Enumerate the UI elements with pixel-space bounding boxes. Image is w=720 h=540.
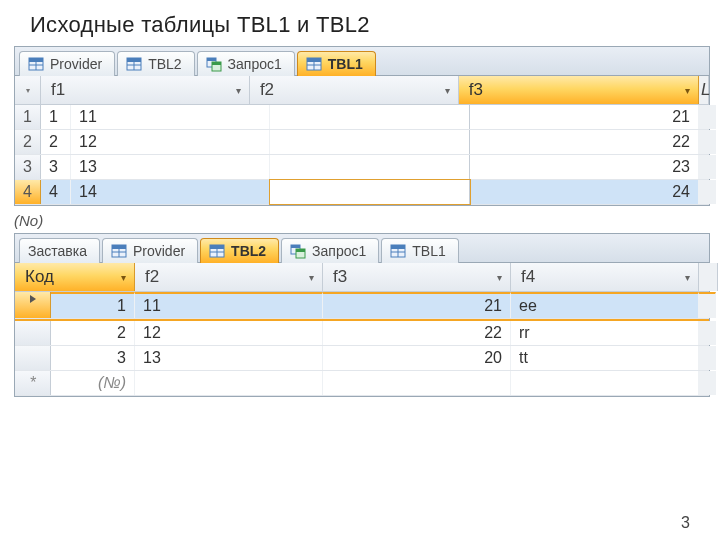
cell-f4[interactable]: tt — [511, 346, 699, 370]
column-header-f2[interactable]: f2 ▾ — [135, 263, 323, 291]
page-title: Исходные таблицы TBL1 и TBL2 — [0, 0, 720, 44]
dropdown-icon[interactable]: ▾ — [236, 85, 241, 96]
table-row[interactable]: 3 3 13 23 — [15, 155, 709, 180]
cell-edge — [699, 180, 716, 204]
cell-f4[interactable] — [511, 371, 699, 395]
tab-label: TBL1 — [412, 243, 445, 259]
column-label: L — [701, 80, 710, 100]
cell-f3[interactable]: 20 — [323, 346, 511, 370]
cell-f2[interactable]: 13 — [135, 346, 323, 370]
column-header-kod[interactable]: Код ▾ — [15, 263, 135, 291]
dropdown-icon[interactable]: ▾ — [445, 85, 450, 96]
table-row[interactable]: 2 12 22 rr — [15, 319, 709, 346]
current-row-icon — [30, 295, 36, 303]
column-header-f3[interactable]: f3 ▾ — [459, 76, 699, 104]
tab-query1[interactable]: Запрос1 — [281, 238, 379, 263]
cell-f3[interactable]: 21 — [470, 105, 699, 129]
cell-f2-pad — [270, 105, 469, 129]
column-label: f3 — [333, 267, 347, 287]
svg-rect-17 — [112, 245, 126, 249]
cell-f4[interactable]: rr — [511, 321, 699, 345]
tab-tbl2[interactable]: TBL2 — [200, 238, 279, 263]
dropdown-icon[interactable]: ▾ — [497, 272, 502, 283]
tbl2-panel: Заставка Provider TBL2 Запрос1 TBL1 — [14, 233, 710, 397]
tab-label: Provider — [133, 243, 185, 259]
cell-f3[interactable]: 21 — [323, 292, 511, 318]
column-header-f2[interactable]: f2 ▾ — [250, 76, 459, 104]
cell-f3[interactable] — [323, 371, 511, 395]
cell-f2[interactable]: 11 — [71, 105, 270, 129]
row-header[interactable] — [15, 292, 51, 318]
cell-f2[interactable]: 11 — [135, 292, 323, 318]
row-header[interactable]: * — [15, 371, 51, 395]
cell-f2-pad — [270, 130, 469, 154]
select-all-handle[interactable]: ▾ — [15, 76, 41, 104]
tab-label: TBL2 — [148, 56, 181, 72]
svg-rect-5 — [127, 58, 141, 62]
cell-f2[interactable]: 13 — [71, 155, 270, 179]
tab-tbl1[interactable]: TBL1 — [381, 238, 458, 263]
column-label: f3 — [469, 80, 483, 100]
column-header-f4[interactable]: f4 ▾ — [511, 263, 699, 291]
column-label: Код — [25, 267, 54, 287]
dropdown-icon[interactable]: ▾ — [685, 85, 690, 96]
tab-tbl1[interactable]: TBL1 — [297, 51, 376, 76]
cell-edge — [699, 292, 716, 318]
cell-kod[interactable]: 1 — [51, 292, 135, 318]
tab-provider[interactable]: Provider — [19, 51, 115, 76]
table-row[interactable]: 1 11 21 ee — [15, 292, 709, 319]
cell-f4[interactable]: ee — [511, 292, 699, 318]
cell-edge — [699, 130, 716, 154]
cell-edge — [699, 155, 716, 179]
dropdown-icon[interactable]: ▾ — [309, 272, 314, 283]
cell-f3[interactable]: 22 — [470, 130, 699, 154]
row-header[interactable]: 1 — [15, 105, 41, 129]
svg-rect-27 — [296, 249, 305, 252]
cell-f3[interactable]: 23 — [470, 155, 699, 179]
svg-rect-21 — [210, 245, 224, 249]
tab-label: TBL1 — [328, 56, 363, 72]
new-row[interactable]: * (№) — [15, 371, 709, 396]
row-header[interactable] — [15, 346, 51, 370]
column-label: f2 — [145, 267, 159, 287]
cell-f1[interactable]: 1 — [41, 105, 71, 129]
cell-f2[interactable]: 14 — [71, 180, 270, 204]
cell-kod[interactable]: 2 — [51, 321, 135, 345]
tab-query1[interactable]: Запрос1 — [197, 51, 295, 76]
tbl2-column-headers: Код ▾ f2 ▾ f3 ▾ f4 ▾ — [15, 263, 709, 292]
cell-kod[interactable]: 3 — [51, 346, 135, 370]
dropdown-icon[interactable]: ▾ — [685, 272, 690, 283]
cell-f1[interactable]: 3 — [41, 155, 71, 179]
tab-tbl2[interactable]: TBL2 — [117, 51, 194, 76]
table-row[interactable]: 4 4 14 24 — [15, 180, 709, 205]
cell-f3[interactable]: 24 — [470, 180, 699, 204]
dropdown-icon[interactable]: ▾ — [121, 272, 126, 283]
row-header[interactable]: 2 — [15, 130, 41, 154]
tab-zastavka[interactable]: Заставка — [19, 238, 100, 263]
table-row[interactable]: 3 13 20 tt — [15, 346, 709, 371]
column-header-f3[interactable]: f3 ▾ — [323, 263, 511, 291]
table-icon — [111, 243, 127, 259]
cell-f1[interactable]: 2 — [41, 130, 71, 154]
table-icon — [126, 56, 142, 72]
query-icon — [290, 243, 306, 259]
row-header[interactable] — [15, 321, 51, 345]
cell-edge — [699, 371, 716, 395]
cell-f3[interactable]: 22 — [323, 321, 511, 345]
table-icon — [28, 56, 44, 72]
row-header[interactable]: 3 — [15, 155, 41, 179]
tab-provider[interactable]: Provider — [102, 238, 198, 263]
cell-f2[interactable] — [135, 371, 323, 395]
cell-kod[interactable]: (№) — [51, 371, 135, 395]
row-header[interactable]: 4 — [15, 180, 41, 204]
cell-f2[interactable]: 12 — [135, 321, 323, 345]
cell-f1[interactable]: 4 — [41, 180, 71, 204]
cell-f2[interactable]: 12 — [71, 130, 270, 154]
cursor-cell[interactable] — [270, 180, 469, 204]
column-header-f1[interactable]: f1 ▾ — [41, 76, 250, 104]
table-row[interactable]: 2 2 12 22 — [15, 130, 709, 155]
column-label: f4 — [521, 267, 535, 287]
tab-label: Запрос1 — [228, 56, 282, 72]
slide-number: 3 — [681, 514, 690, 532]
table-row[interactable]: 1 1 11 21 — [15, 105, 709, 130]
